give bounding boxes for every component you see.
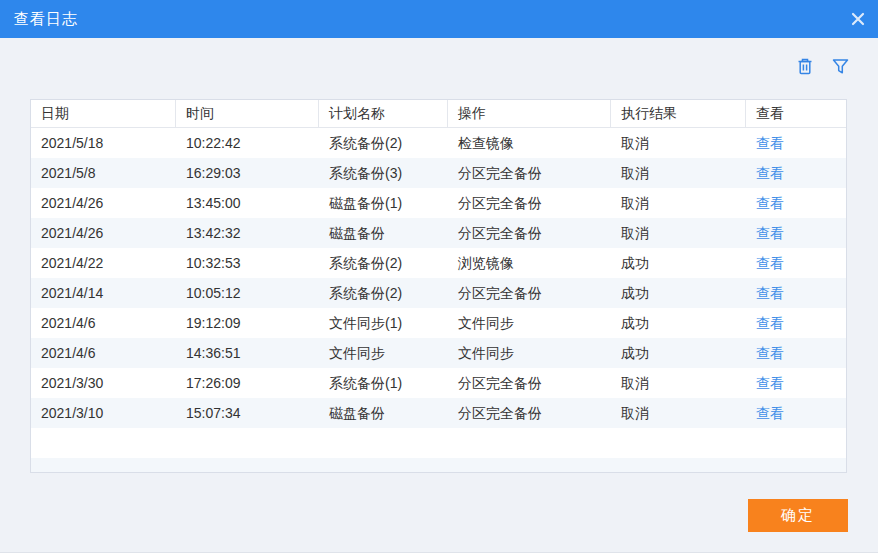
cell-operation: 浏览镜像 xyxy=(448,248,611,278)
cell-view: 查看 xyxy=(746,188,846,218)
cell-time: 10:32:53 xyxy=(176,248,319,278)
cell-operation: 分区完全备份 xyxy=(448,368,611,398)
header-view: 查看 xyxy=(746,100,846,127)
cell-view: 查看 xyxy=(746,398,846,428)
cell-plan-name: 磁盘备份 xyxy=(319,398,448,428)
cell-view: 查看 xyxy=(746,128,846,158)
cell-date: 2021/5/8 xyxy=(31,158,176,188)
cell-view: 查看 xyxy=(746,278,846,308)
cell-operation: 检查镜像 xyxy=(448,128,611,158)
cell-view: 查看 xyxy=(746,338,846,368)
table-row: 2021/4/2613:42:32磁盘备份分区完全备份取消查看 xyxy=(31,218,846,248)
cell-operation: 分区完全备份 xyxy=(448,188,611,218)
cell-time: 10:05:12 xyxy=(176,278,319,308)
cell-operation: 分区完全备份 xyxy=(448,278,611,308)
view-link[interactable]: 查看 xyxy=(756,225,784,241)
cell-result: 取消 xyxy=(611,188,746,218)
view-link[interactable]: 查看 xyxy=(756,375,784,391)
cell-date: 2021/4/22 xyxy=(31,248,176,278)
log-toolbar xyxy=(795,56,850,76)
table-row: 2021/4/2210:32:53系统备份(2)浏览镜像成功查看 xyxy=(31,248,846,278)
view-link[interactable]: 查看 xyxy=(756,195,784,211)
view-link[interactable]: 查看 xyxy=(756,135,784,151)
dialog-titlebar: 查看日志 xyxy=(0,0,878,38)
cell-plan-name: 系统备份(2) xyxy=(319,278,448,308)
close-icon[interactable] xyxy=(849,10,867,28)
log-table: 日期 时间 计划名称 操作 执行结果 查看 2021/5/1810:22:42系… xyxy=(30,99,847,473)
cell-plan-name: 磁盘备份(1) xyxy=(319,188,448,218)
cell-plan-name: 文件同步(1) xyxy=(319,308,448,338)
cell-result: 成功 xyxy=(611,278,746,308)
dialog-title: 查看日志 xyxy=(0,10,78,29)
view-link[interactable]: 查看 xyxy=(756,315,784,331)
cell-view: 查看 xyxy=(746,218,846,248)
cell-time: 16:29:03 xyxy=(176,158,319,188)
view-link[interactable]: 查看 xyxy=(756,165,784,181)
cell-time: 13:45:00 xyxy=(176,188,319,218)
cell-plan-name: 系统备份(2) xyxy=(319,248,448,278)
cell-plan-name: 系统备份(2) xyxy=(319,128,448,158)
header-date: 日期 xyxy=(31,100,176,127)
cell-view: 查看 xyxy=(746,308,846,338)
cell-date: 2021/4/26 xyxy=(31,188,176,218)
cell-date: 2021/4/6 xyxy=(31,308,176,338)
cell-date: 2021/3/30 xyxy=(31,368,176,398)
cell-time: 17:26:09 xyxy=(176,368,319,398)
cell-plan-name: 磁盘备份 xyxy=(319,218,448,248)
cell-result: 成功 xyxy=(611,338,746,368)
cell-operation: 分区完全备份 xyxy=(448,398,611,428)
cell-operation: 文件同步 xyxy=(448,308,611,338)
confirm-button[interactable]: 确定 xyxy=(748,499,848,532)
cell-date: 2021/4/26 xyxy=(31,218,176,248)
cell-operation: 文件同步 xyxy=(448,338,611,368)
cell-result: 成功 xyxy=(611,308,746,338)
trash-icon[interactable] xyxy=(795,56,815,76)
view-link[interactable]: 查看 xyxy=(756,405,784,421)
header-plan-name: 计划名称 xyxy=(319,100,448,127)
cell-view: 查看 xyxy=(746,248,846,278)
filter-icon[interactable] xyxy=(830,56,850,76)
view-link[interactable]: 查看 xyxy=(756,345,784,361)
cell-view: 查看 xyxy=(746,158,846,188)
table-row: 2021/3/3017:26:09系统备份(1)分区完全备份取消查看 xyxy=(31,368,846,398)
cell-time: 13:42:32 xyxy=(176,218,319,248)
view-link[interactable]: 查看 xyxy=(756,285,784,301)
table-row: 2021/4/614:36:51文件同步文件同步成功查看 xyxy=(31,338,846,368)
cell-operation: 分区完全备份 xyxy=(448,158,611,188)
cell-plan-name: 系统备份(1) xyxy=(319,368,448,398)
cell-operation: 分区完全备份 xyxy=(448,218,611,248)
view-link[interactable]: 查看 xyxy=(756,255,784,271)
cell-result: 取消 xyxy=(611,218,746,248)
cell-date: 2021/4/14 xyxy=(31,278,176,308)
table-row: 2021/4/619:12:09文件同步(1)文件同步成功查看 xyxy=(31,308,846,338)
cell-plan-name: 文件同步 xyxy=(319,338,448,368)
table-row: 2021/5/816:29:03系统备份(3)分区完全备份取消查看 xyxy=(31,158,846,188)
cell-time: 10:22:42 xyxy=(176,128,319,158)
table-filler-row xyxy=(31,458,846,472)
cell-result: 成功 xyxy=(611,248,746,278)
cell-result: 取消 xyxy=(611,128,746,158)
cell-time: 19:12:09 xyxy=(176,308,319,338)
cell-result: 取消 xyxy=(611,368,746,398)
cell-date: 2021/3/10 xyxy=(31,398,176,428)
header-operation: 操作 xyxy=(448,100,611,127)
table-row: 2021/5/1810:22:42系统备份(2)检查镜像取消查看 xyxy=(31,128,846,158)
table-filler-row xyxy=(31,428,846,458)
table-row: 2021/4/2613:45:00磁盘备份(1)分区完全备份取消查看 xyxy=(31,188,846,218)
cell-date: 2021/5/18 xyxy=(31,128,176,158)
log-table-body: 2021/5/1810:22:42系统备份(2)检查镜像取消查看2021/5/8… xyxy=(31,128,846,472)
cell-time: 14:36:51 xyxy=(176,338,319,368)
view-log-dialog: 查看日志 日期 时间 计划名称 操作 执行结果 xyxy=(0,0,878,553)
cell-time: 15:07:34 xyxy=(176,398,319,428)
log-table-header: 日期 时间 计划名称 操作 执行结果 查看 xyxy=(31,100,846,128)
header-result: 执行结果 xyxy=(611,100,746,127)
cell-result: 取消 xyxy=(611,158,746,188)
cell-view: 查看 xyxy=(746,368,846,398)
table-row: 2021/3/1015:07:34磁盘备份分区完全备份取消查看 xyxy=(31,398,846,428)
table-row: 2021/4/1410:05:12系统备份(2)分区完全备份成功查看 xyxy=(31,278,846,308)
cell-result: 取消 xyxy=(611,398,746,428)
cell-date: 2021/4/6 xyxy=(31,338,176,368)
header-time: 时间 xyxy=(176,100,319,127)
cell-plan-name: 系统备份(3) xyxy=(319,158,448,188)
